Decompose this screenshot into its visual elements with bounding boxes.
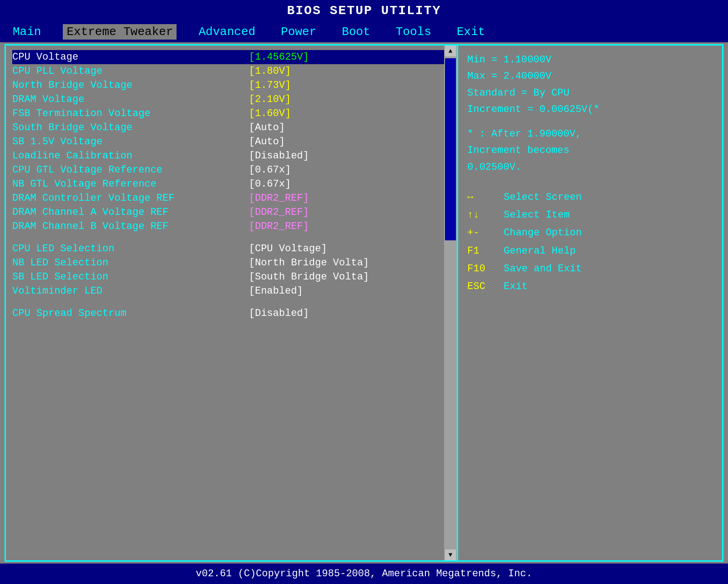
setting-label: North Bridge Voltage — [12, 80, 249, 91]
footer-text: v02.61 (C)Copyright 1985-2008, American … — [196, 568, 532, 579]
shortcut-key: F10 — [467, 261, 504, 277]
setting-row[interactable]: South Bridge Voltage[Auto] — [12, 121, 450, 135]
setting-label: CPU LED Selection — [12, 243, 249, 254]
menu-item-advanced[interactable]: Advanced — [195, 24, 259, 40]
scrollbar[interactable]: ▲ ▼ — [444, 46, 457, 560]
setting-value: [Disabled] — [249, 150, 309, 162]
info-note1: * : After 1.90000V, — [467, 126, 713, 142]
setting-label: CPU Spread Spectrum — [12, 308, 249, 319]
setting-label: DRAM Channel B Voltage REF — [12, 221, 249, 232]
setting-row[interactable]: CPU PLL Voltage[1.80V] — [12, 64, 450, 78]
setting-row[interactable]: Loadline Calibration[Disabled] — [12, 149, 450, 163]
setting-label: NB LED Selection — [12, 257, 249, 269]
divider1 — [467, 118, 713, 126]
setting-label: SB 1.5V Voltage — [12, 136, 249, 147]
shortcut-desc: General Help — [504, 243, 576, 259]
setting-label: South Bridge Voltage — [12, 122, 249, 133]
shortcut-desc: Select Screen — [504, 189, 582, 205]
setting-value: [DDR2_REF] — [249, 207, 309, 218]
menu-item-boot[interactable]: Boot — [338, 24, 374, 40]
setting-value: [Auto] — [249, 122, 285, 133]
setting-row[interactable]: CPU LED Selection[CPU Voltage] — [12, 242, 450, 256]
menu-item-exit[interactable]: Exit — [453, 24, 489, 40]
setting-label: Voltiminder LED — [12, 285, 249, 297]
setting-value: [DDR2_REF] — [249, 193, 309, 204]
right-panel: Min = 1.10000V Max = 2.40000V Standard =… — [458, 46, 722, 560]
menu-item-tools[interactable]: Tools — [392, 24, 435, 40]
menu-item-main[interactable]: Main — [9, 24, 45, 40]
info-increment: Increment = 0.00625V(* — [467, 102, 713, 118]
menu-item-extreme-tweaker[interactable]: Extreme Tweaker — [63, 24, 177, 40]
setting-value: [1.73V] — [249, 80, 291, 91]
bios-title: BIOS SETUP UTILITY — [287, 4, 441, 18]
setting-value: [0.67x] — [249, 178, 291, 190]
setting-label: DRAM Voltage — [12, 94, 249, 105]
setting-row[interactable]: Voltiminder LED[Enabled] — [12, 284, 450, 298]
setting-label: DRAM Controller Voltage REF — [12, 193, 249, 204]
setting-label: CPU GTL Voltage Reference — [12, 164, 249, 176]
setting-row[interactable]: CPU Spread Spectrum[Disabled] — [12, 306, 450, 320]
info-max: Max = 2.40000V — [467, 68, 713, 85]
setting-value: [0.67x] — [249, 164, 291, 176]
setting-row[interactable]: CPU Voltage[1.45625V] — [12, 50, 450, 64]
menu-bar: Main Extreme Tweaker Advanced Power Boot… — [0, 21, 728, 42]
setting-row[interactable]: NB GTL Voltage Reference[0.67x] — [12, 177, 450, 191]
shortcut-desc: Save and Exit — [504, 261, 582, 277]
info-min: Min = 1.10000V — [467, 52, 713, 68]
setting-row[interactable]: CPU GTL Voltage Reference[0.67x] — [12, 163, 450, 177]
shortcut-desc: Change Option — [504, 225, 582, 241]
setting-label: CPU PLL Voltage — [12, 66, 249, 77]
setting-row[interactable]: North Bridge Voltage[1.73V] — [12, 78, 450, 92]
shortcut-row: F10Save and Exit — [467, 261, 713, 277]
menu-item-power[interactable]: Power — [277, 24, 320, 40]
setting-value: [1.60V] — [249, 108, 291, 119]
shortcut-key: ↑↓ — [467, 207, 504, 223]
shortcut-key: ESC — [467, 279, 504, 295]
left-panel: CPU Voltage[1.45625V]CPU PLL Voltage[1.8… — [6, 46, 458, 560]
setting-value: [North Bridge Volta] — [249, 257, 369, 269]
info-note3: 0.02500V. — [467, 159, 713, 176]
setting-row[interactable]: DRAM Controller Voltage REF[DDR2_REF] — [12, 191, 450, 205]
info-note2: Increment becomes — [467, 142, 713, 159]
setting-label: NB GTL Voltage Reference — [12, 178, 249, 190]
spacer-row — [12, 234, 450, 242]
setting-label: FSB Termination Voltage — [12, 108, 249, 119]
content-area: CPU Voltage[1.45625V]CPU PLL Voltage[1.8… — [5, 44, 723, 562]
setting-row[interactable]: DRAM Channel A Voltage REF[DDR2_REF] — [12, 205, 450, 219]
title-bar: BIOS SETUP UTILITY — [0, 0, 728, 21]
setting-row[interactable]: SB LED Selection[South Bridge Volta] — [12, 270, 450, 284]
shortcut-row: ↔Select Screen — [467, 189, 713, 205]
setting-value: [Enabled] — [249, 285, 303, 297]
setting-label: DRAM Channel A Voltage REF — [12, 207, 249, 218]
setting-label: CPU Voltage — [12, 51, 249, 63]
setting-row[interactable]: DRAM Voltage[2.10V] — [12, 92, 450, 107]
footer: v02.61 (C)Copyright 1985-2008, American … — [0, 564, 728, 584]
setting-value: [2.10V] — [249, 94, 291, 105]
setting-value: [1.45625V] — [249, 51, 309, 63]
setting-label: Loadline Calibration — [12, 150, 249, 162]
setting-row[interactable]: DRAM Channel B Voltage REF[DDR2_REF] — [12, 219, 450, 234]
setting-value: [DDR2_REF] — [249, 221, 309, 232]
setting-value: [Auto] — [249, 136, 285, 147]
shortcut-row: ↑↓Select Item — [467, 207, 713, 223]
shortcut-key: +- — [467, 225, 504, 241]
setting-row[interactable]: SB 1.5V Voltage[Auto] — [12, 135, 450, 149]
scroll-up-button[interactable]: ▲ — [445, 46, 456, 56]
bios-screen: BIOS SETUP UTILITY Main Extreme Tweaker … — [0, 0, 728, 584]
setting-row[interactable]: NB LED Selection[North Bridge Volta] — [12, 256, 450, 270]
setting-value: [1.80V] — [249, 66, 291, 77]
settings-list: CPU Voltage[1.45625V]CPU PLL Voltage[1.8… — [12, 50, 450, 320]
scroll-down-button[interactable]: ▼ — [445, 549, 456, 560]
shortcut-row: F1General Help — [467, 243, 713, 259]
spacer-row — [12, 298, 450, 306]
setting-value: [CPU Voltage] — [249, 243, 327, 254]
shortcut-row: ESCExit — [467, 279, 713, 295]
shortcut-key: ↔ — [467, 189, 504, 205]
setting-value: [Disabled] — [249, 308, 309, 319]
shortcut-desc: Select Item — [504, 207, 570, 223]
setting-value: [South Bridge Volta] — [249, 271, 369, 283]
scroll-thumb[interactable] — [445, 58, 456, 240]
shortcuts-section: ↔Select Screen↑↓Select Item+-Change Opti… — [467, 189, 713, 295]
shortcut-desc: Exit — [504, 279, 528, 295]
setting-row[interactable]: FSB Termination Voltage[1.60V] — [12, 107, 450, 121]
